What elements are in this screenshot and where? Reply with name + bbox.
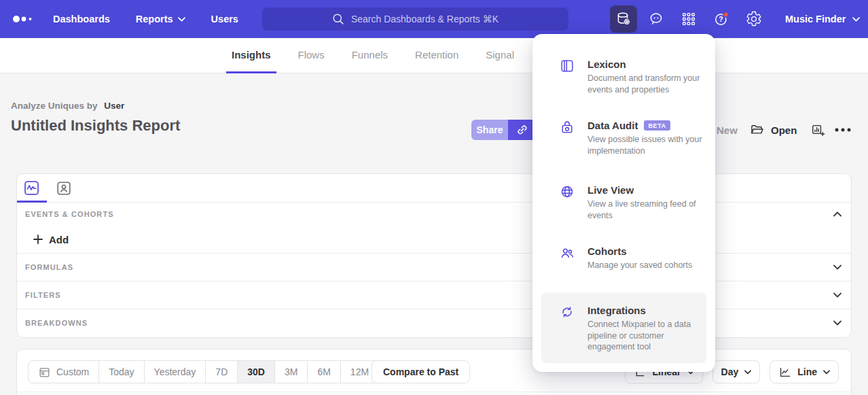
builder-tab-row bbox=[17, 174, 851, 203]
add-event-row: Add bbox=[17, 226, 851, 253]
help-icon: ? bbox=[713, 11, 729, 27]
apps-grid-button[interactable] bbox=[681, 11, 697, 27]
mixpanel-logo-dots-icon[interactable] bbox=[12, 14, 35, 24]
top-nav: Dashboards Reports Users Search Dashboar… bbox=[0, 0, 868, 38]
date-range-group: Custom Today Yesterday 7D 30D 3M 6M 12M bbox=[28, 360, 379, 383]
range-today[interactable]: Today bbox=[98, 361, 143, 383]
expand-section-button[interactable] bbox=[833, 320, 842, 326]
menu-item-description: Manage your saved cohorts bbox=[587, 260, 710, 271]
svg-text:?: ? bbox=[719, 15, 723, 23]
more-options-button[interactable] bbox=[834, 126, 852, 133]
apps-grid-icon bbox=[681, 11, 697, 27]
panel-divider bbox=[17, 392, 851, 392]
user-profile-icon bbox=[56, 180, 72, 196]
project-name: Music Finder bbox=[785, 14, 846, 24]
menu-item-description: View possible issues with your implement… bbox=[587, 134, 710, 156]
menu-item-description: Document and transform your events and p… bbox=[587, 73, 710, 95]
page-title[interactable]: Untitled Insights Report bbox=[11, 117, 180, 135]
feedback-chat-button[interactable] bbox=[648, 11, 664, 27]
project-selector[interactable]: Music Finder bbox=[785, 0, 860, 38]
breakdowns-section[interactable]: BREAKDOWNS bbox=[17, 309, 851, 337]
menu-item-title: Lexicon bbox=[587, 58, 710, 70]
share-button[interactable]: Share bbox=[471, 120, 508, 140]
section-header: FILTERS bbox=[25, 291, 61, 299]
report-tabs: Insights Flows Funnels Retention Signal … bbox=[226, 38, 577, 73]
chat-bubble-icon bbox=[648, 11, 664, 27]
menu-item-lexicon[interactable]: Lexicon Document and transform your even… bbox=[532, 58, 715, 95]
new-report-button[interactable]: New bbox=[717, 120, 738, 140]
compare-to-past-button[interactable]: Compare to Past bbox=[372, 360, 470, 383]
nav-item-reports[interactable]: Reports bbox=[136, 14, 185, 24]
search-input[interactable]: Search Dashboards & Reports ⌘K bbox=[262, 7, 568, 31]
section-header: FORMULAS bbox=[25, 263, 73, 271]
formulas-section[interactable]: FORMULAS bbox=[17, 253, 851, 281]
menu-item-live-view[interactable]: Live View View a live streaming feed of … bbox=[532, 184, 715, 221]
chevron-down-icon bbox=[744, 370, 751, 375]
chevron-down-icon bbox=[833, 320, 842, 326]
range-yesterday[interactable]: Yesterday bbox=[144, 361, 206, 383]
nav-links: Dashboards Reports Users bbox=[53, 0, 238, 38]
expand-section-button[interactable] bbox=[833, 292, 842, 298]
menu-item-title: Cohorts bbox=[587, 245, 710, 257]
nav-item-dashboards[interactable]: Dashboards bbox=[53, 14, 110, 24]
chevron-down-icon bbox=[178, 17, 185, 22]
settings-button[interactable] bbox=[746, 11, 762, 27]
share-button-group: Share bbox=[471, 120, 537, 140]
chart-type-dropdown[interactable]: Line bbox=[770, 360, 839, 383]
add-to-dashboard-button[interactable] bbox=[811, 123, 826, 138]
chevron-up-icon bbox=[833, 211, 842, 217]
expand-section-button[interactable] bbox=[833, 264, 842, 270]
data-audit-lock-icon bbox=[560, 120, 575, 135]
menu-item-description: Connect Mixpanel to a data pipeline or c… bbox=[587, 319, 710, 353]
chevron-down-icon bbox=[833, 264, 842, 270]
range-6m[interactable]: 6M bbox=[307, 361, 340, 383]
menu-item-title: Data Audit BETA bbox=[587, 120, 710, 131]
chart-add-icon bbox=[811, 123, 826, 138]
range-30d[interactable]: 30D bbox=[237, 361, 274, 383]
add-event-button[interactable]: Add bbox=[33, 234, 69, 245]
tab-retention[interactable]: Retention bbox=[410, 38, 464, 73]
live-view-globe-icon bbox=[560, 184, 575, 199]
filters-section[interactable]: FILTERS bbox=[17, 281, 851, 309]
chevron-down-icon bbox=[852, 17, 860, 22]
data-management-button[interactable] bbox=[610, 5, 637, 33]
section-header: EVENTS & COHORTS bbox=[25, 210, 114, 218]
range-custom[interactable]: Custom bbox=[29, 361, 98, 383]
chart-controls-panel: Custom Today Yesterday 7D 30D 3M 6M 12M … bbox=[16, 349, 852, 395]
analyze-breadcrumb: Analyze Uniques by User bbox=[11, 101, 124, 111]
tab-funnels[interactable]: Funnels bbox=[346, 38, 393, 73]
link-icon bbox=[515, 122, 530, 137]
calendar-icon bbox=[38, 366, 51, 379]
nav-item-label: Users bbox=[211, 14, 238, 24]
folder-open-icon bbox=[750, 122, 765, 137]
line-chart-icon bbox=[778, 366, 791, 379]
help-button[interactable]: ? bbox=[713, 11, 729, 27]
tab-signal[interactable]: Signal bbox=[480, 38, 520, 73]
tab-user-profiles[interactable] bbox=[55, 179, 73, 197]
collapse-section-button[interactable] bbox=[833, 211, 842, 217]
range-7d[interactable]: 7D bbox=[205, 361, 237, 383]
tab-events-metrics[interactable] bbox=[22, 179, 40, 197]
tab-flows[interactable]: Flows bbox=[293, 38, 330, 73]
database-gear-icon bbox=[615, 11, 632, 27]
events-cohorts-section[interactable]: EVENTS & COHORTS bbox=[17, 203, 851, 226]
interval-dropdown[interactable]: Day bbox=[712, 360, 761, 383]
menu-item-integrations[interactable]: Integrations Connect Mixpanel to a data … bbox=[532, 305, 715, 353]
menu-item-title: Live View bbox=[587, 184, 710, 196]
open-report-button[interactable]: Open bbox=[750, 120, 797, 140]
nav-item-users[interactable]: Users bbox=[211, 14, 238, 24]
chevron-down-icon bbox=[823, 370, 830, 375]
range-3m[interactable]: 3M bbox=[274, 361, 307, 383]
beta-badge: BETA bbox=[644, 120, 670, 131]
menu-item-data-audit[interactable]: Data Audit BETA View possible issues wit… bbox=[532, 120, 715, 156]
analyze-value[interactable]: User bbox=[104, 101, 124, 111]
cohorts-people-icon bbox=[560, 245, 575, 260]
data-management-dropdown: Lexicon Document and transform your even… bbox=[532, 34, 715, 372]
report-tabbar: Insights Flows Funnels Retention Signal … bbox=[0, 38, 868, 73]
menu-item-cohorts[interactable]: Cohorts Manage your saved cohorts bbox=[532, 245, 715, 271]
search-icon bbox=[332, 13, 344, 25]
ellipsis-icon bbox=[834, 126, 852, 133]
tab-insights[interactable]: Insights bbox=[226, 38, 276, 73]
insights-chart-icon bbox=[23, 179, 40, 196]
integrations-sync-icon bbox=[560, 305, 575, 320]
